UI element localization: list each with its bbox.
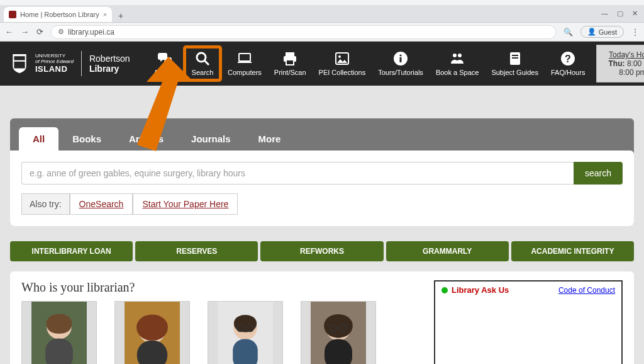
svg-rect-4 [239, 54, 250, 61]
person-icon: 👤 [587, 28, 596, 36]
also-link-onesearch[interactable]: OneSearch [70, 193, 133, 215]
librarian-section: Who is your librarian? [21, 280, 424, 364]
close-icon[interactable]: × [103, 11, 107, 18]
nav-label: Book a Space [436, 69, 479, 76]
profile-guest-button[interactable]: 👤 Guest [580, 26, 624, 38]
search-button[interactable]: search [574, 162, 623, 185]
library-wordmark: Robertson Library [89, 54, 130, 74]
headshot-placeholder [217, 301, 274, 364]
nav-computers[interactable]: Computers [223, 47, 267, 80]
librarian-card[interactable] [114, 301, 190, 364]
librarian-card[interactable] [21, 301, 97, 364]
code-of-conduct-link[interactable]: Code of Conduct [558, 286, 615, 295]
maximize-icon[interactable]: ▢ [617, 9, 623, 18]
site-settings-icon[interactable]: ⚙ [58, 28, 64, 36]
todays-hours-box[interactable]: Today's Hours Thu: 8:00 am-8:00 pm [596, 45, 644, 82]
nav-label: Tours/Tutorials [378, 69, 423, 76]
headshot-placeholder [31, 301, 87, 364]
search-icon [195, 51, 210, 66]
search-input[interactable] [21, 162, 574, 185]
minimize-icon[interactable]: — [601, 9, 608, 17]
svg-rect-8 [286, 60, 294, 65]
nav-printscan[interactable]: Print/Scan [269, 47, 311, 80]
window-titlebar [0, 0, 644, 5]
close-window-icon[interactable]: ✕ [632, 9, 638, 18]
svg-rect-23 [45, 339, 73, 365]
nav-label: FAQ/Hours [551, 69, 585, 76]
chat-widget[interactable]: Library Ask Us Code of Conduct [434, 280, 623, 364]
nav-label: Search [192, 69, 214, 76]
nav-askus[interactable]: Ask Us [147, 47, 182, 80]
search-tab-all[interactable]: All [19, 127, 58, 151]
status-online-icon [441, 287, 448, 293]
action-academic-integrity[interactable]: ACADEMIC INTEGRITY [511, 241, 634, 261]
svg-rect-29 [233, 339, 258, 364]
svg-line-3 [204, 60, 209, 65]
upei-shield-icon [11, 54, 28, 73]
nav-pei-collections[interactable]: PEI Collections [314, 47, 371, 80]
hours-day: Thu: [609, 59, 625, 68]
search-tab-more[interactable]: More [245, 127, 295, 151]
question-icon: ? [560, 51, 575, 66]
action-grammarly[interactable]: GRAMMARLY [386, 241, 509, 261]
browser-tabstrip: Home | Robertson Library × + — ▢ ✕ [0, 5, 644, 23]
action-interlibrary-loan[interactable]: INTERLIBRARY LOAN [10, 241, 133, 261]
svg-rect-18 [512, 57, 518, 59]
back-icon[interactable]: ← [5, 27, 13, 37]
zoom-icon[interactable]: 🔍 [564, 28, 573, 37]
hours-title: Today's Hours [606, 50, 644, 59]
search-tab-books[interactable]: Books [58, 127, 115, 151]
reload-icon[interactable]: ⟳ [36, 27, 43, 37]
upei-wordmark: UNIVERSITY of Prince Edward ISLAND [35, 54, 74, 74]
site-header: UNIVERSITY of Prince Edward ISLAND Rober… [0, 42, 644, 86]
nav-faq-hours[interactable]: ? FAQ/Hours [546, 47, 590, 80]
new-tab-button[interactable]: + [114, 9, 127, 22]
svg-rect-5 [238, 62, 252, 63]
guest-label: Guest [599, 28, 617, 36]
nav-label: PEI Collections [319, 69, 366, 76]
svg-text:?: ? [565, 54, 571, 64]
forward-icon[interactable]: → [21, 27, 29, 37]
main-nav: Ask Us Search Computers Print/Scan PEI C… [147, 47, 590, 80]
search-row: search [21, 162, 623, 185]
nav-book-space[interactable]: Book a Space [431, 47, 484, 80]
book-icon [508, 51, 523, 66]
printer-icon [282, 51, 297, 66]
nav-subject-guides[interactable]: Subject Guides [486, 47, 543, 80]
tab-title: Home | Robertson Library [20, 11, 99, 18]
tab-favicon [9, 11, 16, 18]
address-bar[interactable]: ⚙ library.upei.ca [51, 25, 556, 39]
headshot-placeholder [124, 301, 180, 364]
headshot-placeholder [310, 301, 367, 364]
browser-menu-icon[interactable]: ⋮ [631, 28, 639, 37]
librarian-card[interactable] [301, 301, 376, 364]
svg-rect-0 [14, 56, 25, 60]
nav-label: Print/Scan [274, 69, 306, 76]
chat-header: Library Ask Us Code of Conduct [441, 285, 615, 295]
nav-tours[interactable]: Tours/Tutorials [373, 47, 428, 80]
action-refworks[interactable]: REFWORKS [260, 241, 383, 261]
search-tab-journals[interactable]: Journals [177, 127, 245, 151]
svg-rect-1 [14, 62, 25, 69]
action-reserves[interactable]: RESERVES [135, 241, 258, 261]
lower-row: Who is your librarian? Library Ask U [10, 271, 634, 364]
nav-search[interactable]: Search [185, 47, 220, 80]
nav-label: Subject Guides [491, 69, 538, 76]
group-icon [450, 51, 465, 66]
search-tab-articles[interactable]: Articles [115, 127, 177, 151]
svg-point-15 [458, 54, 462, 57]
browser-tab[interactable]: Home | Robertson Library × [4, 7, 112, 22]
laptop-icon [237, 51, 252, 66]
quick-actions-bar: INTERLIBRARY LOAN RESERVES REFWORKS GRAM… [10, 241, 634, 261]
also-link-startpaper[interactable]: Start Your Paper Here [133, 193, 238, 215]
librarian-card[interactable] [208, 301, 283, 364]
svg-point-2 [197, 53, 206, 62]
browser-toolbar: ← → ⟳ ⚙ library.upei.ca 🔍 👤 Guest ⋮ [0, 23, 644, 42]
svg-rect-12 [400, 57, 402, 62]
svg-rect-17 [512, 55, 518, 56]
nav-label: Computers [228, 69, 262, 76]
search-body: search Also try: OneSearch Start Your Pa… [10, 151, 634, 226]
site-logo[interactable]: UNIVERSITY of Prince Edward ISLAND Rober… [11, 51, 141, 76]
search-tabs: All Books Articles Journals More [10, 118, 634, 151]
svg-point-10 [338, 55, 341, 58]
